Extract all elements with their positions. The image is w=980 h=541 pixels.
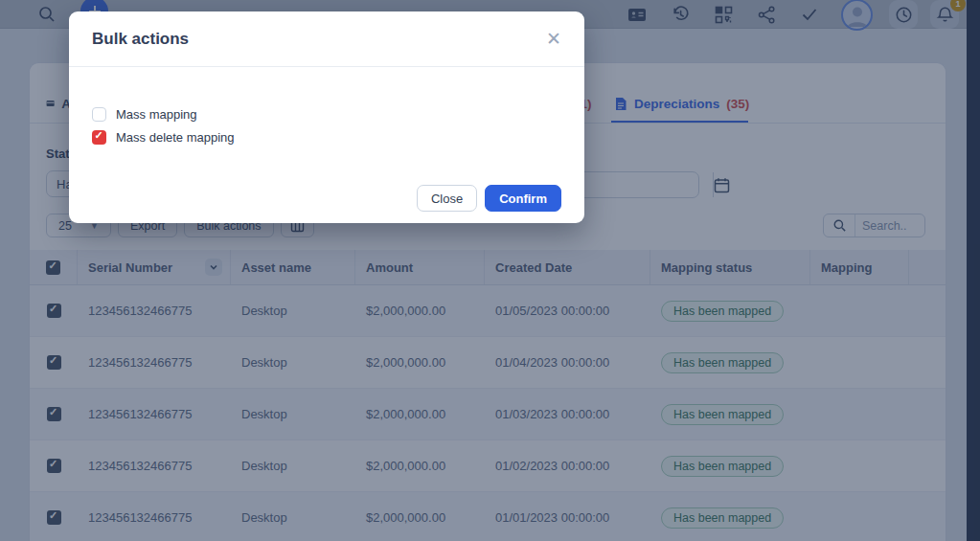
bulk-actions-modal: Bulk actions ✕ Mass mapping Mass delete … [69, 11, 584, 223]
mass-delete-mapping-checkbox[interactable] [92, 130, 106, 145]
page: 1 A (1) Depreciations (35) Stat Ha [0, 0, 980, 541]
option-mass-delete-mapping[interactable]: Mass delete mapping [92, 125, 561, 148]
modal-header: Bulk actions ✕ [69, 11, 584, 67]
modal-title: Bulk actions [92, 30, 189, 49]
mass-delete-mapping-label: Mass delete mapping [116, 130, 235, 145]
confirm-button[interactable]: Confirm [485, 185, 561, 212]
modal-footer: Close Confirm [417, 185, 561, 212]
close-button[interactable]: Close [417, 185, 477, 212]
mass-mapping-checkbox[interactable] [92, 107, 106, 122]
mass-mapping-label: Mass mapping [116, 107, 197, 122]
modal-body: Mass mapping Mass delete mapping [69, 67, 584, 148]
option-mass-mapping[interactable]: Mass mapping [92, 102, 561, 125]
close-icon[interactable]: ✕ [546, 30, 561, 48]
